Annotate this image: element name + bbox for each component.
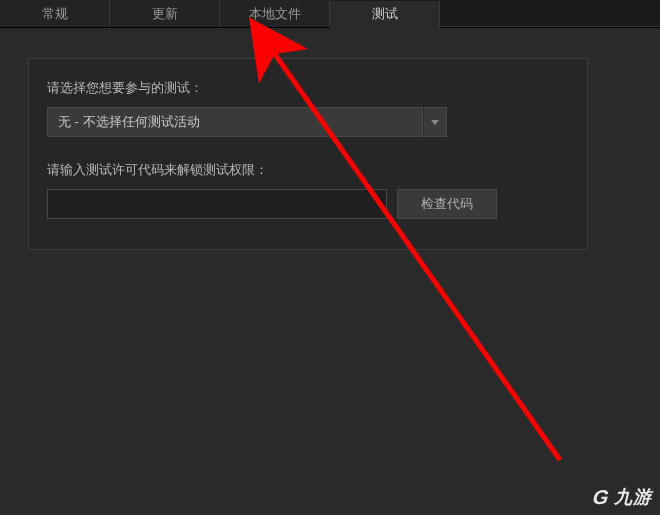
beta-panel: 请选择您想要参与的测试： 无 - 不选择任何测试活动 请输入测试许可代码来解锁测… [28,58,588,250]
tab-label: 常规 [42,5,68,23]
beta-select[interactable]: 无 - 不选择任何测试活动 [47,107,447,137]
beta-code-label: 请输入测试许可代码来解锁测试权限： [47,161,569,179]
watermark-text: 九游 [614,485,652,509]
tab-label: 本地文件 [249,5,301,23]
tab-general[interactable]: 常规 [0,0,110,27]
content-area: 请选择您想要参与的测试： 无 - 不选择任何测试活动 请输入测试许可代码来解锁测… [0,28,660,280]
tab-filler [440,0,660,27]
tab-label: 更新 [152,5,178,23]
beta-select-label: 请选择您想要参与的测试： [47,79,569,97]
tab-updates[interactable]: 更新 [110,0,220,27]
tab-label: 测试 [372,5,398,23]
check-code-button[interactable]: 检查代码 [397,189,497,219]
watermark: G 九游 [593,485,652,509]
tab-local-files[interactable]: 本地文件 [220,0,330,27]
watermark-logo-icon: G [592,486,612,509]
beta-code-input[interactable] [47,189,387,219]
chevron-down-icon [431,120,439,125]
code-row: 检查代码 [47,189,569,219]
beta-select-value: 无 - 不选择任何测试活动 [47,107,423,137]
tab-betas[interactable]: 测试 [330,1,440,28]
tab-bar: 常规 更新 本地文件 测试 [0,0,660,28]
beta-select-dropdown-button[interactable] [423,107,447,137]
check-code-label: 检查代码 [421,195,473,213]
